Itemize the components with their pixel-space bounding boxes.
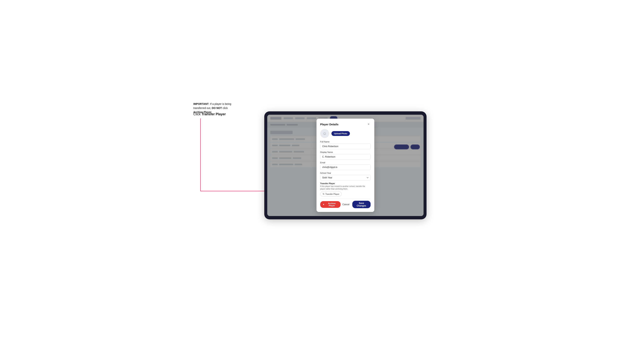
display-name-group: Display Name — [320, 151, 370, 160]
cancel-button[interactable]: Cancel — [340, 202, 351, 207]
transfer-section: Transfer Player If this player has moved… — [320, 182, 370, 196]
avatar-person-icon: ☺ — [322, 131, 326, 136]
avatar-section: ☺ Upload Photo — [320, 129, 370, 138]
modal-header: Player Details × — [320, 122, 370, 126]
archive-btn-label: Archive Player — [326, 202, 338, 207]
archive-icon: ▼ — [323, 203, 325, 206]
tablet-device: Player Details × ☺ Upload Photo — [264, 111, 426, 219]
display-name-input[interactable] — [320, 154, 370, 160]
transfer-section-desc: If this player has moved to another scho… — [320, 185, 370, 190]
player-details-modal: Player Details × ☺ Upload Photo — [316, 119, 374, 212]
important-label: IMPORTANT — [194, 102, 209, 105]
school-year-select[interactable]: Sixth Year First Year Second Year Third … — [320, 175, 370, 180]
full-name-input[interactable] — [320, 144, 370, 149]
tablet-screen: Player Details × ☺ Upload Photo — [267, 115, 424, 216]
modal-overlay: Player Details × ☺ Upload Photo — [267, 115, 424, 216]
email-input[interactable] — [320, 165, 370, 170]
annotation-area: Click Transfer Player IMPORTANT: If a pl… — [194, 111, 234, 116]
save-changes-button[interactable]: Save Changes — [352, 201, 370, 208]
full-name-group: Full Name — [320, 141, 370, 149]
transfer-section-title: Transfer Player — [320, 182, 370, 184]
avatar-circle: ☺ — [320, 129, 329, 138]
school-year-label: School Year — [320, 172, 370, 174]
email-group: Email — [320, 162, 370, 170]
email-label: Email — [320, 162, 370, 164]
transfer-btn-label: Transfer Player — [326, 193, 340, 195]
display-name-label: Display Name — [320, 151, 370, 153]
tablet-container: Player Details × ☺ Upload Photo — [234, 111, 451, 219]
modal-footer: ▼ Archive Player Cancel Save Changes — [320, 199, 370, 208]
footer-right: Cancel Save Changes — [340, 201, 370, 208]
page-wrapper: Click Transfer Player IMPORTANT: If a pl… — [194, 104, 451, 242]
annotation-bottom: IMPORTANT: If a player is being transfer… — [194, 102, 232, 114]
modal-close-button[interactable]: × — [367, 122, 370, 126]
archive-bold: Archive Player — [194, 111, 212, 114]
do-not-label: DO NOT — [212, 107, 222, 110]
upload-photo-button[interactable]: Upload Photo — [332, 131, 350, 136]
archive-player-button[interactable]: ▼ Archive Player — [320, 201, 341, 208]
modal-title: Player Details — [320, 123, 338, 126]
transfer-player-button[interactable]: ↻ Transfer Player — [320, 192, 342, 196]
school-year-group: School Year Sixth Year First Year Second… — [320, 172, 370, 180]
full-name-label: Full Name — [320, 141, 370, 143]
transfer-icon: ↻ — [323, 193, 324, 195]
